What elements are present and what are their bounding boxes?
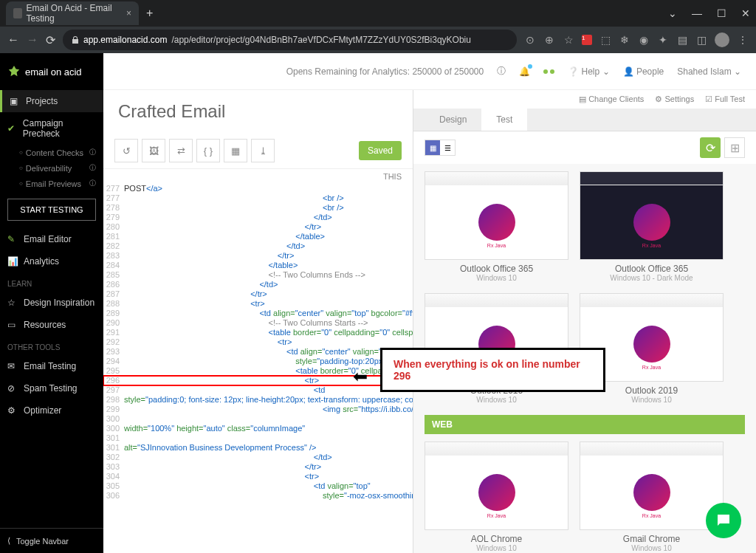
chat-fab[interactable] bbox=[706, 503, 741, 538]
code-line[interactable]: 288 <tr> bbox=[103, 299, 413, 309]
code-line[interactable]: 278 <br /> bbox=[103, 203, 413, 213]
code-line[interactable]: 294 style="padding-top:20px;"> bbox=[103, 357, 413, 366]
sidebar-label: Spam Testing bbox=[24, 383, 78, 394]
browser-tab[interactable]: Email On Acid - Email Testing × bbox=[6, 1, 139, 25]
info-icon[interactable]: ⓘ bbox=[497, 65, 506, 78]
code-line[interactable]: 301 bbox=[103, 433, 413, 443]
sidebar-item-projects[interactable]: ▣ Projects bbox=[0, 90, 103, 112]
lock-icon bbox=[72, 36, 79, 44]
close-tab-icon[interactable]: × bbox=[126, 8, 131, 18]
menu-icon[interactable]: ⋮ bbox=[737, 34, 749, 46]
undo-button[interactable]: ↺ bbox=[114, 139, 138, 162]
sidebar-item-campaign[interactable]: ✔ Campaign Precheck bbox=[0, 112, 103, 145]
sidebar-item-email-editor[interactable]: ✎ Email Editor bbox=[0, 228, 103, 250]
full-test-link[interactable]: ☑ Full Test bbox=[705, 95, 745, 104]
code-line[interactable]: 292 <tr> bbox=[103, 337, 413, 347]
extension-icon[interactable]: ◉ bbox=[638, 34, 650, 46]
grid-button[interactable]: ▦ bbox=[224, 139, 247, 162]
code-line[interactable]: 279 </td> bbox=[103, 213, 413, 222]
refresh-button[interactable]: ⟳ bbox=[700, 137, 721, 158]
code-line[interactable]: 298style="padding:0; font-size: 12px; li… bbox=[103, 395, 413, 405]
sidebar-item-optimizer[interactable]: ⚙ Optimizer bbox=[0, 399, 103, 422]
code-line[interactable]: 291 <table border="0" cellpadding="0" ce… bbox=[103, 328, 413, 337]
snowflake-icon[interactable]: ❄ bbox=[619, 34, 630, 46]
columns-button[interactable]: ⊞ bbox=[724, 137, 745, 158]
new-tab-button[interactable]: + bbox=[146, 7, 153, 20]
code-line[interactable]: 300 bbox=[103, 414, 413, 424]
optimizer-icon: ⚙ bbox=[7, 405, 18, 416]
braces-button[interactable]: { } bbox=[196, 139, 220, 162]
code-line[interactable]: 305 <td valign="top" bbox=[103, 481, 413, 491]
code-line[interactable]: 281 </table> bbox=[103, 232, 413, 241]
toggle-navbar[interactable]: ⟨ Toggle Navbar bbox=[0, 528, 103, 553]
code-line[interactable]: 282 </td> bbox=[103, 241, 413, 251]
export-button[interactable]: ⤓ bbox=[251, 139, 275, 162]
bell-icon[interactable]: 🔔 bbox=[519, 66, 530, 77]
address-bar[interactable]: app.emailonacid.com/app/editor/project/g… bbox=[63, 30, 517, 50]
extension-icon[interactable]: ⬚ bbox=[599, 34, 611, 46]
code-line[interactable]: 290 <!-- Two Columns Starts --> bbox=[103, 318, 413, 328]
search-icon[interactable]: ⊙ bbox=[524, 34, 536, 46]
star-icon[interactable]: ☆ bbox=[563, 34, 574, 46]
maximize-icon[interactable]: ☐ bbox=[717, 7, 726, 19]
tab-design[interactable]: Design bbox=[425, 109, 481, 131]
sidebar-sub-deliverability[interactable]: Deliverabilityⓘ bbox=[0, 160, 103, 176]
code-line[interactable]: 287 </tr> bbox=[103, 289, 413, 299]
line-number: 296 bbox=[103, 376, 124, 385]
sidebar-sub-content-checks[interactable]: Content Checksⓘ bbox=[0, 145, 103, 160]
sidebar-item-analytics[interactable]: 📊 Analytics bbox=[0, 250, 103, 272]
profile-avatar[interactable] bbox=[715, 32, 729, 47]
settings-link[interactable]: ⚙ Settings bbox=[655, 95, 694, 104]
change-clients-link[interactable]: ▤ Change Clients bbox=[579, 95, 644, 104]
extension-badge-icon[interactable]: 1 bbox=[582, 35, 592, 45]
user-menu[interactable]: Shahed Islam ⌄ bbox=[677, 66, 741, 77]
start-testing-button[interactable]: START TESTING bbox=[7, 199, 96, 221]
reload-button[interactable]: ⟳ bbox=[46, 33, 55, 47]
sidebar-item-spam-testing[interactable]: ⊘ Spam Testing bbox=[0, 377, 103, 399]
sidebar-item-design-inspiration[interactable]: ☆ Design Inspiration bbox=[0, 292, 103, 314]
code-line[interactable]: 280 </tr> bbox=[103, 222, 413, 232]
forward-button[interactable]: → bbox=[27, 33, 38, 47]
sidebar-sub-email-previews[interactable]: Email Previewsⓘ bbox=[0, 176, 103, 191]
logo[interactable]: email on acid bbox=[0, 53, 103, 90]
sidebar-item-email-testing[interactable]: ✉ Email Testing bbox=[0, 355, 103, 377]
sidebar-item-resources[interactable]: ▭ Resources bbox=[0, 314, 103, 336]
puzzle-icon[interactable]: ✦ bbox=[657, 34, 669, 46]
code-line[interactable]: 304 <tr> bbox=[103, 472, 413, 481]
preview-card[interactable]: Rx JavaAOL ChromeWindows 10 bbox=[425, 442, 568, 552]
code-line[interactable]: 303 </tr> bbox=[103, 462, 413, 472]
code-line[interactable]: 285 <!-- Two Columns Ends --> bbox=[103, 270, 413, 280]
line-number: 284 bbox=[103, 261, 124, 270]
extension-icon[interactable]: ▤ bbox=[676, 34, 688, 46]
code-line[interactable]: 289 <td align="center" valign="top" bgco… bbox=[103, 309, 413, 318]
zoom-icon[interactable]: ⊕ bbox=[543, 34, 555, 46]
chevron-down-icon[interactable]: ⌄ bbox=[668, 7, 677, 19]
opens-remaining: Opens Remaining for Analytics: 250000 of… bbox=[286, 66, 484, 77]
preview-card[interactable]: Rx JavaGmail ChromeWindows 10 bbox=[580, 442, 724, 552]
minimize-icon[interactable]: — bbox=[692, 7, 702, 19]
grid-view-button[interactable]: ▦ bbox=[425, 140, 440, 155]
code-line[interactable]: 277 <br /> bbox=[103, 193, 413, 203]
back-button[interactable]: ← bbox=[7, 33, 19, 47]
tab-test[interactable]: Test bbox=[481, 109, 527, 131]
arrow-left-icon: ⬅ bbox=[353, 366, 368, 387]
preview-card[interactable]: Rx JavaOutlook Office 365Windows 10 bbox=[425, 171, 568, 282]
close-icon[interactable]: ✕ bbox=[741, 7, 750, 19]
code-line[interactable]: 283 </tr> bbox=[103, 251, 413, 261]
preview-card[interactable]: Rx JavaOutlook Office 365Windows 10 - Da… bbox=[580, 171, 724, 282]
code-line[interactable]: 284 </table> bbox=[103, 261, 413, 270]
code-line[interactable]: 286 </td> bbox=[103, 280, 413, 289]
code-line[interactable]: 302 </td> bbox=[103, 453, 413, 462]
code-line[interactable]: 277POST</a> bbox=[103, 184, 413, 193]
code-line[interactable]: 299 <img src="https://i.ibb.co/L9hg7Xt/b… bbox=[103, 405, 413, 414]
image-button[interactable]: 🖼 bbox=[142, 139, 165, 162]
code-line[interactable]: 293 <td align="center" valign="top" clas… bbox=[103, 347, 413, 357]
code-line[interactable]: 301alt="SJInnovation Business Developmen… bbox=[103, 443, 413, 453]
people-link[interactable]: 👤 People bbox=[623, 66, 664, 77]
help-menu[interactable]: ❔ Help ⌄ bbox=[568, 66, 609, 77]
code-line[interactable]: 300width="100%" height="auto" class="col… bbox=[103, 424, 413, 433]
swap-button[interactable]: ⇄ bbox=[169, 139, 193, 162]
list-view-button[interactable]: ☰ bbox=[440, 140, 455, 155]
extension-icon[interactable]: ◫ bbox=[695, 34, 707, 46]
code-line[interactable]: 306 style="-moz-osx-smoothing: grayscale… bbox=[103, 491, 413, 501]
